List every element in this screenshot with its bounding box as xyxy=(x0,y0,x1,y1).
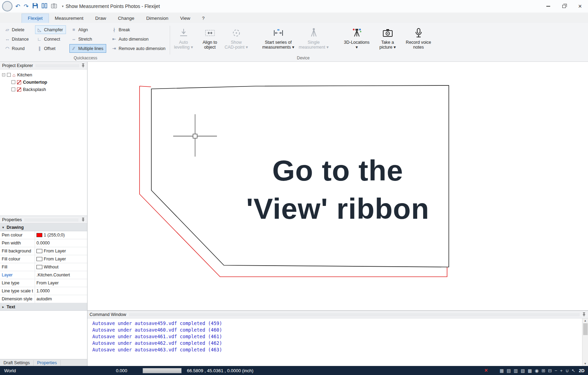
ribbon-button-single-measurement[interactable]: Single measurement ▾ xyxy=(297,25,330,55)
restore-button[interactable] xyxy=(556,0,572,12)
header-grip xyxy=(35,64,79,67)
tab-draw[interactable]: Draw xyxy=(89,14,112,23)
view-cube-icon[interactable]: ▩ xyxy=(528,368,532,373)
tree-item-kitchen[interactable]: − ⌂ Kitchen xyxy=(2,71,87,78)
pin-icon[interactable] xyxy=(81,64,85,68)
ribbon-button-champfer[interactable]: ◺Champfer xyxy=(35,25,66,34)
countertop-checkbox[interactable] xyxy=(11,80,15,84)
section-text[interactable]: ▸ Text xyxy=(0,303,87,311)
section-collapsed-icon: ▸ xyxy=(1,305,5,309)
minimize-button[interactable] xyxy=(540,0,556,12)
command-line: Autosave under autosave459.vdf completed… xyxy=(92,320,581,327)
fill-swatch[interactable] xyxy=(36,265,42,269)
magnet-icon[interactable]: ∪ xyxy=(565,368,569,373)
property-row-pen-width[interactable]: Pen width 0.0000 xyxy=(0,239,87,247)
tree-item-backsplash[interactable]: Backsplash xyxy=(2,86,87,93)
photos-icon[interactable] xyxy=(51,3,57,9)
ribbon-button-delete[interactable]: ▱Delete xyxy=(3,25,32,34)
tab-change[interactable]: Change xyxy=(112,14,140,23)
command-scrollbar[interactable]: ▲ ▼ xyxy=(582,318,588,366)
tab-dimension[interactable]: Dimension xyxy=(140,14,174,23)
ribbon-button-break[interactable]: ∤Break xyxy=(110,25,168,34)
tab-flexijet[interactable]: Flexijet xyxy=(22,14,49,23)
ribbon-group-quickaccess: ▱Delete ↔Distance ◠Round ◺Champfer ∟Conn… xyxy=(3,24,168,61)
view-front-icon[interactable]: ▤ xyxy=(506,368,511,373)
zoom-out-icon[interactable]: − xyxy=(555,368,557,373)
collapse-icon[interactable]: − xyxy=(2,73,5,76)
left-panel: Project Explorer − ⌂ Kitchen Countert xyxy=(0,62,87,366)
ribbon-button-round[interactable]: ◠Round xyxy=(3,44,32,53)
pen-colour-swatch[interactable] xyxy=(36,233,42,237)
measure-points-icon[interactable] xyxy=(42,3,48,10)
ribbon-button-distance[interactable]: ↔Distance xyxy=(3,35,32,43)
view-side-icon[interactable]: ▥ xyxy=(514,368,518,373)
property-row-pen-colour[interactable]: Pen colour 1 (255;0;0) xyxy=(0,231,87,239)
close-button[interactable]: × xyxy=(572,0,588,12)
overlay-line-2: 'View' ribbon xyxy=(87,190,588,228)
show-cad-point-icon xyxy=(231,26,242,40)
undo-icon[interactable]: ↶ xyxy=(15,3,20,9)
round-icon: ◠ xyxy=(5,46,10,51)
flexijet-logo xyxy=(2,1,12,11)
ribbon-button-remove-auto-dimension[interactable]: ⇥Remove auto dimension xyxy=(110,44,168,53)
titlebar: ↶ ↷ ▾ Show Measurement Points Photos - F… xyxy=(0,0,588,12)
property-row-fill[interactable]: Fill Without xyxy=(0,263,87,271)
property-row-line-type[interactable]: Line type From Layer xyxy=(0,279,87,287)
ribbon-button-offset[interactable]: ∥Offset xyxy=(35,44,66,53)
property-row-fill-background[interactable]: Fill background From Layer xyxy=(0,247,87,255)
button-label: Remove auto dimension xyxy=(119,46,166,51)
fill-background-swatch[interactable] xyxy=(36,249,42,253)
ribbon-button-connect[interactable]: ∟Connect xyxy=(35,35,66,43)
redo-icon[interactable]: ↷ xyxy=(24,3,28,9)
ribbon-button-auto-levelling[interactable]: Auto levelling ▾ xyxy=(171,25,196,55)
save-icon[interactable] xyxy=(32,3,38,10)
view-iso-icon[interactable]: ▧ xyxy=(521,368,525,373)
tree-item-countertop[interactable]: Countertop xyxy=(2,78,87,86)
backsplash-checkbox[interactable] xyxy=(11,88,15,91)
view-top-icon[interactable]: ▦ xyxy=(499,368,504,373)
grid-icon[interactable]: ⊞ xyxy=(541,368,545,373)
connect-icon: ∟ xyxy=(37,36,42,42)
pin-icon[interactable] xyxy=(582,312,586,317)
zoom-in-icon[interactable]: + xyxy=(560,368,563,373)
tutorial-overlay-text: Go to the 'View' ribbon xyxy=(87,151,588,228)
scroll-down-icon[interactable]: ▼ xyxy=(584,362,587,365)
snap-icon[interactable]: ⊟ xyxy=(548,368,552,373)
tab-help[interactable]: ? xyxy=(196,14,211,23)
ribbon-button-align[interactable]: ≡Align xyxy=(69,25,106,34)
scroll-up-icon[interactable]: ▲ xyxy=(584,319,587,322)
camera-icon xyxy=(382,26,394,40)
tab-draft-settings[interactable]: Draft Settings xyxy=(0,360,34,366)
property-row-line-type-scale[interactable]: Line type scale t 1.0000 xyxy=(0,287,87,295)
cancel-icon[interactable]: × xyxy=(485,368,488,373)
property-row-fill-colour[interactable]: Fill colour From Layer xyxy=(0,255,87,263)
ribbon-button-show-cad-point[interactable]: Show CAD-point ▾ xyxy=(224,25,249,55)
mode-2d-toggle[interactable]: 2D xyxy=(579,368,585,373)
fill-colour-swatch[interactable] xyxy=(36,257,42,261)
ribbon-button-record-voice-notes[interactable]: Record voice notes xyxy=(402,25,435,55)
scrollbar-thumb[interactable] xyxy=(583,323,588,335)
minimize-icon xyxy=(546,6,550,7)
kitchen-checkbox[interactable] xyxy=(7,73,11,77)
break-icon: ∤ xyxy=(111,27,117,32)
pin-icon[interactable] xyxy=(81,218,85,222)
ribbon-button-3d-locations[interactable]: 3D-Locations ▾ xyxy=(340,25,373,55)
ribbon-button-multiple-lines[interactable]: ∕∕Multiple lines xyxy=(69,44,106,53)
ribbon-button-start-series-of-measurements[interactable]: Start series of measurements ▾ xyxy=(262,25,295,55)
orbit-icon[interactable]: ◉ xyxy=(535,368,539,373)
drawing-canvas[interactable]: Go to the 'View' ribbon xyxy=(87,62,588,310)
tab-properties[interactable]: Properties xyxy=(34,360,61,366)
pointer-icon[interactable]: ↖ xyxy=(571,368,575,373)
ribbon-button-take-a-picture[interactable]: Take a picture ▾ xyxy=(376,25,400,55)
ribbon-button-stretch[interactable]: ⇔Stretch xyxy=(69,35,106,43)
tab-measurement[interactable]: Measurement xyxy=(49,14,90,23)
ribbon: ▱Delete ↔Distance ◠Round ◺Champfer ∟Conn… xyxy=(0,23,588,62)
drawing-icon xyxy=(17,80,21,84)
ribbon-button-align-to-object[interactable]: Align to object xyxy=(198,25,222,55)
tab-view[interactable]: View xyxy=(174,14,196,23)
property-row-dimension-style[interactable]: Dimension style autodim xyxy=(0,295,87,303)
property-row-layer[interactable]: Layer .Kitchen.Countert xyxy=(0,271,87,279)
command-output[interactable]: Autosave under autosave459.vdf completed… xyxy=(87,318,588,366)
section-drawing[interactable]: ▾ Drawing xyxy=(0,224,87,231)
ribbon-button-auto-dimension[interactable]: ⇤Auto dimension xyxy=(110,35,168,43)
